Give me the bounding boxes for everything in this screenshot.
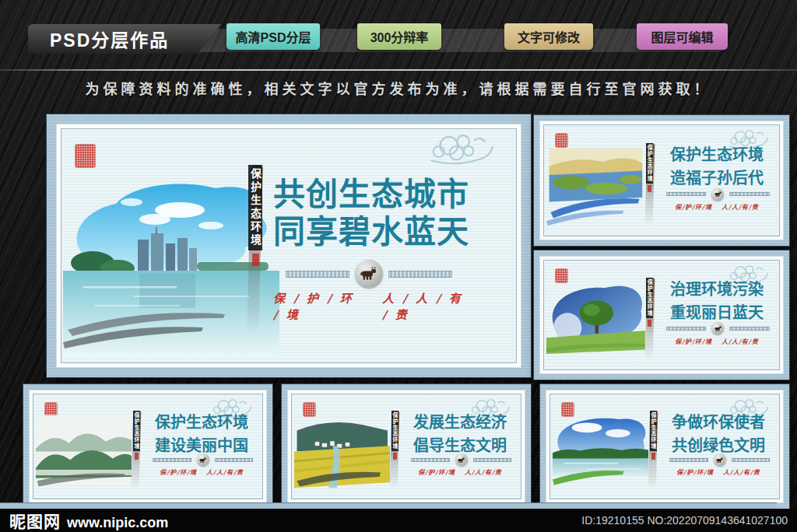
poster-bottom-middle: 保护生态环境 发展生态经济 倡导生态文明 保/护/环/境 人/人/有/责 — [282, 384, 531, 509]
poster-content: 保护生态环境 保护生态环境 造福子孙后代 保/护/环/境 人/人/有/责 — [543, 124, 780, 236]
site-logo-text: 昵图网 — [9, 509, 61, 532]
poster-headline: 共创生态城市 同享碧水蓝天 — [273, 176, 469, 251]
badge-300dpi: 300分辩率 — [357, 23, 441, 50]
poster-headline: 保护生态环境 建设美丽中国 — [143, 411, 260, 457]
ox-emblem-icon — [197, 453, 209, 466]
ribbon-fold-icon — [635, 21, 649, 29]
site-watermark: 昵图网 www.nipic.com — [9, 509, 168, 532]
slogan-left: 保/护/环/境 — [676, 467, 714, 476]
pattern-bar — [153, 458, 191, 462]
poster-slogan: 保/护/环/境 人/人/有/责 — [660, 467, 777, 476]
separator-line — [0, 69, 797, 71]
poster-right-middle: 保护生态环境 治理环境污染 重现丽日蓝天 保/护/环/境 人/人/有/责 — [534, 250, 789, 380]
vertical-banner: 保护生态环境 — [645, 143, 655, 225]
divider — [411, 453, 511, 467]
poster-slogan: 保/护/环/境 人/人/有/责 — [657, 202, 777, 211]
slogan-left: 保/护/环/境 — [675, 202, 712, 211]
ox-emblem-icon — [711, 188, 724, 201]
ribbon-fold-icon — [715, 21, 729, 29]
footer-bar: 昵图网 www.nipic.com ID:19210155 NO:2022070… — [0, 509, 797, 532]
poster-photo-mountains — [36, 412, 132, 489]
seal-mark — [648, 320, 651, 327]
slogan-right: 人/人/有/责 — [206, 467, 244, 476]
ribbon-fold-icon — [581, 21, 595, 29]
seal-mark — [651, 453, 655, 460]
vertical-banner-text: 保护生态环境 — [248, 165, 262, 250]
badge-label: 文字可修改 — [518, 27, 580, 46]
poster-content: 保护生态环境 共创生态城市 同享碧水蓝天 保 / 护 / 环 / 境 人 / 人… — [61, 128, 517, 363]
poster-headline: 保护生态环境 造福子孙后代 — [657, 143, 777, 190]
ox-emblem-icon — [455, 453, 468, 466]
ribbon-fold-icon — [356, 21, 370, 29]
slogan-left: 保 / 护 / 环 / 境 — [273, 289, 360, 322]
slogan-right: 人/人/有/责 — [723, 467, 760, 476]
headline-line1: 发展生态经济 — [402, 411, 518, 434]
poster-main: 保护生态环境 共创生态城市 同享碧水蓝天 保 / 护 / 环 / 境 人 / 人… — [47, 114, 531, 377]
poster-slogan: 保 / 护 / 环 / 境 人 / 人 / 有 / 责 — [273, 289, 469, 322]
slogan-right: 人/人/有/责 — [465, 467, 502, 476]
vertical-banner: 保护生态环境 — [390, 411, 399, 488]
poster-bottom-left: 保护生态环境 保护生态环境 建设美丽中国 保/护/环/境 人/人/有/责 — [23, 384, 272, 509]
page: PSD分层作品 高清PSD分层 300分辩率 文字可修改 图层可编辑 为保障资料… — [0, 0, 797, 532]
page-title: PSD分层作品 — [28, 24, 221, 54]
poster-content: 保护生态环境 保护生态环境 建设美丽中国 保/护/环/境 人/人/有/责 — [33, 394, 263, 499]
image-id-text: ID:19210155 NO:20220709143641027100 — [581, 514, 788, 527]
divider — [669, 453, 770, 467]
headline-line1: 保护生态环境 — [143, 411, 260, 434]
vertical-banner: 保护生态环境 — [648, 411, 658, 488]
vertical-banner: 保护生态环境 — [645, 278, 655, 359]
poster-headline: 发展生态经济 倡导生态文明 — [402, 411, 518, 457]
poster-content: 保护生态环境 治理环境污染 重现丽日蓝天 保/护/环/境 人/人/有/责 — [543, 260, 780, 370]
pattern-bar — [666, 327, 706, 331]
poster-bottom-right: 保护生态环境 争做环保使者 共创绿色文明 保/护/环/境 人/人/有/责 — [540, 384, 789, 509]
poster-photo-wetland — [546, 144, 645, 226]
seal-mark — [648, 185, 651, 192]
slogan-left: 保/护/环/境 — [418, 467, 455, 476]
badge-editable-text: 文字可修改 — [504, 23, 593, 50]
badge-hd-psd-layers: 高清PSD分层 — [226, 23, 320, 50]
vertical-banner-text: 保护生态环境 — [133, 411, 140, 451]
poster-slogan: 保/护/环/境 人/人/有/责 — [402, 467, 518, 476]
pattern-bar — [732, 458, 771, 462]
pattern-bar — [411, 458, 450, 462]
poster-slogan: 保/护/环/境 人/人/有/责 — [143, 467, 260, 476]
divider — [666, 321, 770, 335]
seal-mark — [252, 254, 259, 266]
ribbon-fold-icon — [503, 21, 517, 29]
pattern-bar — [729, 327, 769, 331]
badge-label: 300分辩率 — [370, 27, 429, 46]
disclaimer-text: 为保障资料的准确性，相关文字以官方发布为准，请根据需要自行至官网获取！ — [0, 78, 797, 98]
cloud-motif-icon — [416, 131, 500, 173]
seal-mark — [135, 453, 139, 460]
badge-label: 高清PSD分层 — [236, 27, 311, 46]
pattern-bar — [388, 271, 452, 278]
poster-content: 保护生态环境 发展生态经济 倡导生态文明 保/护/环/境 人/人/有/责 — [291, 394, 521, 499]
pattern-bar — [473, 458, 512, 462]
headline-line1: 保护生态环境 — [657, 143, 777, 166]
pattern-bar — [729, 192, 769, 196]
ribbon-fold-icon — [429, 21, 443, 29]
ox-emblem-icon — [714, 453, 726, 466]
seal-mark — [393, 453, 397, 460]
poster-headline: 争做环保使者 共创绿色文明 — [660, 411, 777, 457]
ox-emblem-icon — [711, 322, 724, 334]
vertical-banner: 保护生态环境 — [248, 165, 262, 331]
divider — [153, 453, 253, 467]
divider — [666, 187, 770, 201]
vertical-banner-text: 保护生态环境 — [646, 278, 653, 318]
headline-line2: 同享碧水蓝天 — [273, 213, 469, 250]
headline-line2: 造福子孙后代 — [657, 166, 777, 190]
headline-line1: 共创生态城市 — [273, 176, 469, 213]
slogan-right: 人/人/有/责 — [722, 202, 759, 211]
badge-editable-layers: 图层可编辑 — [637, 23, 728, 50]
vertical-banner: 保护生态环境 — [132, 411, 141, 488]
slogan-left: 保/护/环/境 — [675, 337, 712, 345]
poster-right-top: 保护生态环境 保护生态环境 造福子孙后代 保/护/环/境 人/人/有/责 — [534, 115, 789, 246]
divider — [286, 260, 452, 288]
vertical-banner-text: 保护生态环境 — [391, 411, 398, 451]
headline-line1: 争做环保使者 — [660, 411, 777, 434]
poster-photo-lake — [553, 412, 648, 489]
pattern-bar — [215, 458, 254, 462]
vertical-banner-text: 保护生态环境 — [650, 411, 657, 451]
pattern-bar — [286, 271, 349, 278]
